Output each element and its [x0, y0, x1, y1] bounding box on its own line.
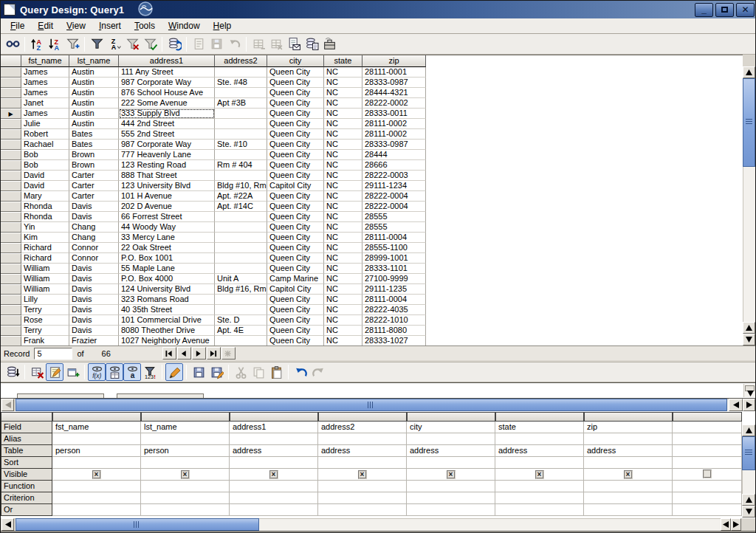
design-cell-or[interactable] — [495, 504, 584, 516]
row-selector[interactable] — [1, 88, 21, 98]
cell[interactable]: Frazier — [69, 336, 119, 346]
row-selector[interactable] — [1, 140, 21, 150]
design-cell-or[interactable] — [407, 504, 495, 516]
cell[interactable]: 28222-1010 — [362, 315, 426, 326]
row-selector[interactable] — [1, 202, 21, 212]
cell[interactable]: 876 School House Ave — [119, 88, 215, 98]
cell[interactable]: William — [21, 274, 69, 284]
column-header-address1[interactable]: address1 — [119, 55, 215, 67]
row-selector[interactable] — [1, 264, 21, 274]
cell[interactable]: 444 2nd Street — [119, 119, 215, 129]
design-cell-table[interactable]: address — [495, 445, 584, 457]
design-cell-visible[interactable]: × — [584, 469, 673, 481]
cell[interactable] — [215, 129, 267, 140]
design-cell-function[interactable] — [584, 481, 673, 492]
design-hscrollbar-thumb[interactable] — [16, 518, 259, 531]
cell[interactable] — [215, 336, 267, 346]
design-column-header[interactable] — [141, 412, 230, 422]
design-cell-function[interactable] — [52, 481, 141, 492]
cell[interactable]: NC — [324, 326, 362, 336]
row-selector[interactable] — [1, 315, 21, 326]
row-selector[interactable] — [1, 181, 21, 191]
cell[interactable]: Brown — [69, 150, 119, 160]
save-button[interactable] — [190, 363, 207, 381]
visible-checkbox[interactable]: × — [181, 470, 190, 479]
cell[interactable]: 28111-0004 — [362, 295, 426, 305]
design-cell-function[interactable] — [673, 481, 742, 492]
row-selector[interactable] — [1, 295, 21, 305]
cell[interactable]: Queen City — [267, 326, 324, 336]
cell[interactable]: NC — [324, 243, 362, 253]
cell[interactable]: Davis — [69, 284, 119, 295]
cell[interactable]: 28222-0004 — [362, 191, 426, 202]
cell[interactable]: Bldg #16, Rm — [215, 284, 267, 295]
row-selector-header[interactable] — [1, 55, 21, 67]
cell[interactable]: Austin — [69, 88, 119, 98]
cell[interactable]: 28111-0002 — [362, 129, 426, 140]
results-scroll-up-button[interactable] — [743, 66, 755, 78]
cell[interactable]: Connor — [69, 253, 119, 264]
visible-checkbox[interactable]: × — [92, 470, 101, 479]
cell[interactable]: Queen City — [267, 222, 324, 233]
pane-scroll-left-button[interactable] — [1, 399, 14, 411]
design-cell-sort[interactable] — [407, 457, 495, 469]
cell[interactable]: 29111-1234 — [362, 181, 426, 191]
cell[interactable]: 323 Romans Road — [119, 295, 215, 305]
cell[interactable]: Queen City — [267, 119, 324, 129]
cell[interactable]: NC — [324, 181, 362, 191]
cell[interactable]: 222 Some Avenue — [119, 98, 215, 109]
row-selector[interactable] — [1, 253, 21, 264]
cell[interactable]: Chang — [69, 222, 119, 233]
row-selector[interactable] — [1, 212, 21, 222]
cell[interactable]: Terry — [21, 305, 69, 315]
cell[interactable]: Ste. #10 — [215, 140, 267, 150]
design-cell-alias[interactable] — [230, 433, 318, 445]
cell[interactable]: 66 Forrest Street — [119, 212, 215, 222]
menu-help[interactable]: Help — [207, 19, 238, 32]
design-cell-sort[interactable] — [52, 457, 141, 469]
design-column-header[interactable] — [407, 412, 495, 422]
cell[interactable]: Queen City — [267, 191, 324, 202]
visible-checkbox[interactable]: × — [535, 470, 544, 479]
design-cell-field[interactable]: address1 — [230, 422, 318, 433]
cell[interactable]: Davis — [69, 264, 119, 274]
show-alias-button[interactable]: a — [123, 363, 141, 381]
cell[interactable]: Ste. #48 — [215, 78, 267, 88]
row-selector[interactable] — [1, 67, 21, 78]
cell[interactable] — [215, 295, 267, 305]
column-header-state[interactable]: state — [324, 55, 362, 67]
results-scrollbar-thumb[interactable] — [743, 78, 755, 167]
row-selector[interactable] — [1, 243, 21, 253]
cell[interactable]: 28222-0003 — [362, 171, 426, 181]
cell[interactable]: NC — [324, 98, 362, 109]
row-selector[interactable] — [1, 305, 21, 315]
cell[interactable]: Robert — [21, 129, 69, 140]
cell[interactable]: 124 University Blvd — [119, 284, 215, 295]
first-record-button[interactable] — [162, 347, 176, 360]
column-header-fst_name[interactable]: fst_name — [21, 55, 69, 67]
cell[interactable]: NC — [324, 222, 362, 233]
save-as-button[interactable] — [207, 363, 225, 381]
cell[interactable]: 777 Heavenly Lane — [119, 150, 215, 160]
cell[interactable]: 1027 Neighborly Avenue — [119, 336, 215, 346]
explorer-on-off-button[interactable] — [320, 35, 338, 53]
cell[interactable]: Davis — [69, 295, 119, 305]
cell[interactable]: NC — [324, 295, 362, 305]
cell[interactable]: 40 35th Street — [119, 305, 215, 315]
cell[interactable]: Kim — [21, 233, 69, 243]
cell[interactable]: Queen City — [267, 295, 324, 305]
cell[interactable] — [215, 109, 267, 119]
edit-button[interactable] — [165, 363, 183, 381]
cell[interactable]: 555 2nd Street — [119, 129, 215, 140]
cell[interactable]: Queen City — [267, 253, 324, 264]
cell[interactable]: Queen City — [267, 88, 324, 98]
cell[interactable]: Queen City — [267, 233, 324, 243]
cell[interactable]: 123 Resting Road — [119, 160, 215, 171]
cell[interactable]: Lilly — [21, 295, 69, 305]
cell[interactable]: Queen City — [267, 140, 324, 150]
cell[interactable]: Bob — [21, 150, 69, 160]
cell[interactable]: 28333-1101 — [362, 264, 426, 274]
row-selector[interactable] — [1, 160, 21, 171]
design-cell-field[interactable]: zip — [584, 422, 673, 433]
visible-checkbox[interactable]: × — [358, 470, 367, 479]
